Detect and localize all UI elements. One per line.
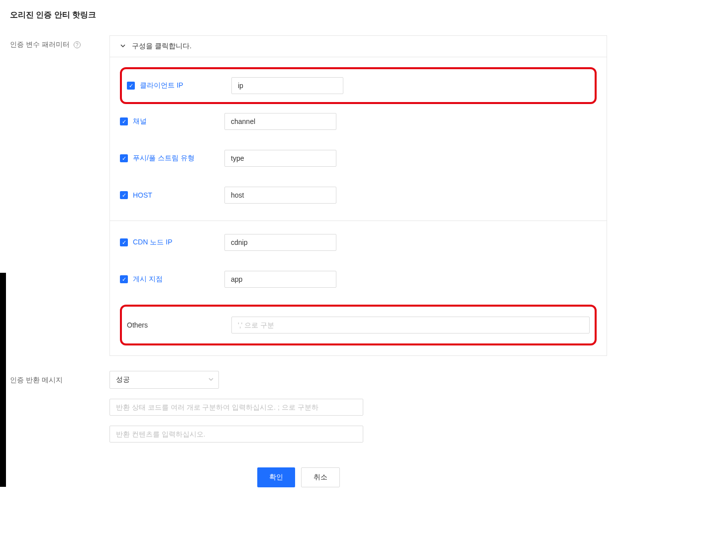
highlight-client-ip: ✓ 클라이언트 IP bbox=[120, 67, 597, 104]
checkbox-icon: ✓ bbox=[127, 82, 135, 90]
param-row-channel: ✓ 채널 bbox=[120, 110, 597, 133]
return-status-select[interactable]: 성공 bbox=[109, 371, 219, 389]
highlight-others: Others bbox=[120, 305, 597, 345]
config-panel: 구성을 클릭합니다. ✓ 클라이언트 IP ✓ 채 bbox=[109, 35, 607, 356]
cancel-button[interactable]: 취소 bbox=[301, 467, 340, 487]
checkbox-label: 채널 bbox=[133, 117, 147, 126]
checkbox-label: 클라이언트 IP bbox=[140, 81, 183, 90]
input-cdn-ip[interactable] bbox=[224, 234, 336, 251]
param-row-host: ✓ HOST bbox=[120, 184, 597, 207]
checkbox-label: HOST bbox=[133, 191, 152, 199]
help-icon[interactable]: ? bbox=[74, 41, 81, 48]
auth-params-label: 인증 변수 패러미터 ? bbox=[10, 35, 109, 49]
input-status-codes[interactable] bbox=[109, 399, 363, 416]
checkbox-label: 게시 지점 bbox=[133, 275, 163, 284]
button-row: 확인 취소 bbox=[10, 467, 488, 487]
param-row-others: Others bbox=[127, 314, 590, 336]
select-value: 성공 bbox=[109, 371, 219, 389]
checkbox-client-ip[interactable]: ✓ 클라이언트 IP bbox=[127, 81, 231, 90]
param-row-client-ip: ✓ 클라이언트 IP bbox=[127, 74, 590, 97]
checkbox-label: 푸시/풀 스트림 유형 bbox=[133, 154, 195, 163]
checkbox-cdn-ip[interactable]: ✓ CDN 노드 IP bbox=[120, 238, 224, 247]
return-msg-section: 인증 반환 메시지 성공 bbox=[10, 371, 718, 452]
param-row-publish-point: ✓ 게시 지점 bbox=[120, 268, 597, 291]
chevron-down-icon bbox=[120, 42, 126, 50]
input-others[interactable] bbox=[231, 317, 590, 334]
checkbox-publish-point[interactable]: ✓ 게시 지점 bbox=[120, 275, 224, 284]
input-client-ip[interactable] bbox=[231, 77, 343, 94]
checkbox-icon: ✓ bbox=[120, 191, 128, 199]
return-msg-label: 인증 반환 메시지 bbox=[10, 371, 109, 385]
divider bbox=[110, 221, 607, 221]
confirm-button[interactable]: 확인 bbox=[257, 467, 295, 487]
page-title: 오리진 인증 안티 핫링크 bbox=[10, 10, 718, 20]
checkbox-icon: ✓ bbox=[120, 238, 128, 246]
input-host[interactable] bbox=[224, 187, 336, 204]
checkbox-icon: ✓ bbox=[120, 117, 128, 125]
auth-params-section: 인증 변수 패러미터 ? 구성을 클릭합니다. ✓ 클라이언트 IP bbox=[10, 35, 718, 356]
checkbox-channel[interactable]: ✓ 채널 bbox=[120, 117, 224, 126]
param-row-stream-type: ✓ 푸시/풀 스트림 유형 bbox=[120, 147, 597, 170]
checkbox-icon: ✓ bbox=[120, 275, 128, 283]
checkbox-icon: ✓ bbox=[120, 154, 128, 162]
checkbox-stream-type[interactable]: ✓ 푸시/풀 스트림 유형 bbox=[120, 154, 224, 163]
param-row-cdn-ip: ✓ CDN 노드 IP bbox=[120, 231, 597, 254]
config-body: ✓ 클라이언트 IP ✓ 채널 ✓ 푸 bbox=[110, 57, 607, 355]
config-header-text: 구성을 클릭합니다. bbox=[132, 42, 192, 51]
input-stream-type[interactable] bbox=[224, 150, 336, 167]
config-toggle-header[interactable]: 구성을 클릭합니다. bbox=[110, 36, 607, 57]
checkbox-host[interactable]: ✓ HOST bbox=[120, 191, 224, 199]
others-label: Others bbox=[127, 321, 231, 329]
checkbox-label: CDN 노드 IP bbox=[133, 238, 172, 247]
input-channel[interactable] bbox=[224, 113, 336, 130]
input-publish-point[interactable] bbox=[224, 271, 336, 288]
input-return-content[interactable] bbox=[109, 426, 363, 443]
